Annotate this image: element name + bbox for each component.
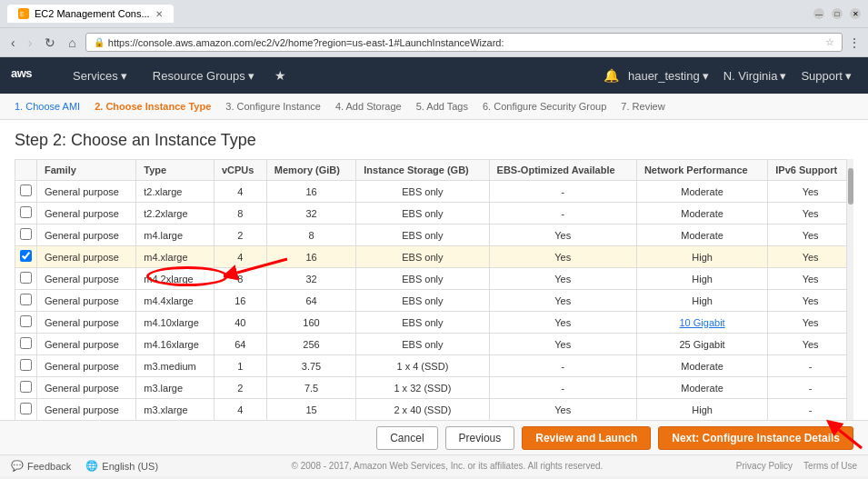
terms-of-use-link[interactable]: Terms of Use (803, 461, 857, 471)
tab-close-button[interactable]: ✕ (155, 9, 163, 19)
row-checkbox[interactable] (20, 381, 32, 393)
breadcrumb-step-1[interactable]: 1. Choose AMI (15, 101, 80, 112)
row-checkbox-cell[interactable] (15, 377, 37, 399)
vcpus-cell: 16 (214, 290, 266, 312)
row-checkbox-cell[interactable] (15, 399, 37, 421)
breadcrumb-step-7[interactable]: 7. Review (621, 101, 664, 112)
services-nav-item[interactable]: Services ▾ (67, 65, 133, 86)
row-checkbox[interactable] (20, 294, 32, 305)
page-title: Step 2: Choose an Instance Type (15, 131, 853, 150)
refresh-button[interactable]: ↻ (41, 34, 59, 52)
table-row[interactable]: General purpose t2.2xlarge 8 32 EBS only… (15, 203, 853, 225)
breadcrumb-step-6[interactable]: 6. Configure Security Group (483, 101, 606, 112)
row-checkbox-cell[interactable] (15, 334, 37, 355)
row-checkbox[interactable] (20, 185, 32, 196)
forward-button[interactable]: › (25, 34, 36, 52)
user-nav-item[interactable]: hauer_testing ▾ (623, 65, 714, 86)
table-row[interactable]: General purpose m4.2xlarge 8 32 EBS only… (15, 268, 853, 290)
scrollbar-thumb[interactable] (848, 168, 853, 205)
storage-cell: 1 x 4 (SSD) (356, 355, 489, 377)
table-row[interactable]: General purpose m3.xlarge 4 15 2 x 40 (S… (15, 399, 853, 421)
row-checkbox[interactable] (20, 250, 32, 262)
table-row[interactable]: General purpose m4.16xlarge 64 256 EBS o… (15, 334, 853, 355)
network-cell: Moderate (636, 355, 767, 377)
cancel-button[interactable]: Cancel (376, 426, 437, 450)
tab-icon: E (18, 8, 29, 19)
storage-cell: EBS only (356, 225, 489, 246)
breadcrumb: 1. Choose AMI 2. Choose Instance Type 3.… (0, 94, 868, 120)
language-selector[interactable]: 🌐 English (US) (85, 460, 158, 472)
memory-cell: 32 (266, 268, 355, 290)
row-checkbox[interactable] (20, 337, 32, 349)
ipv6-cell: Yes (768, 225, 853, 246)
support-nav-item[interactable]: Support ▾ (795, 65, 857, 86)
ebs-cell: - (489, 181, 636, 203)
network-link[interactable]: 10 Gigabit (680, 317, 725, 328)
memory-cell: 15 (266, 399, 355, 421)
browser-titlebar: E EC2 Management Cons... ✕ — □ ✕ (0, 0, 868, 27)
vcpus-cell: 64 (214, 334, 266, 355)
bookmark-star-icon[interactable]: ★ (274, 68, 286, 83)
table-row[interactable]: General purpose m4.10xlarge 40 160 EBS o… (15, 312, 853, 334)
row-checkbox[interactable] (20, 315, 32, 327)
row-checkbox-cell[interactable] (15, 355, 37, 377)
region-nav-item[interactable]: N. Virginia ▾ (718, 65, 793, 86)
nav-right: 🔔 hauer_testing ▾ N. Virginia ▾ Support … (604, 65, 857, 86)
row-checkbox-cell[interactable] (15, 181, 37, 203)
breadcrumb-step-3[interactable]: 3. Configure Instance (225, 101, 321, 112)
feedback-button[interactable]: 💬 Feedback (11, 460, 71, 472)
row-checkbox-cell[interactable] (15, 268, 37, 290)
type-cell: m4.2xlarge (136, 268, 215, 290)
next-configure-button[interactable]: Next: Configure Instance Details (658, 426, 853, 450)
home-button[interactable]: ⌂ (65, 34, 79, 52)
vcpus-cell: 40 (214, 312, 266, 334)
browser-tab[interactable]: E EC2 Management Cons... ✕ (7, 5, 174, 23)
row-checkbox-cell[interactable] (15, 246, 37, 268)
minimize-button[interactable]: — (813, 8, 824, 19)
table-row[interactable]: General purpose m4.large 2 8 EBS only Ye… (15, 225, 853, 246)
col-ebs: EBS-Optimized Available (489, 160, 636, 181)
row-checkbox-cell[interactable] (15, 225, 37, 246)
back-button[interactable]: ‹ (7, 34, 19, 52)
scrollbar[interactable] (846, 159, 853, 420)
table-row[interactable]: General purpose m3.medium 1 3.75 1 x 4 (… (15, 355, 853, 377)
row-checkbox[interactable] (20, 272, 32, 284)
table-row[interactable]: General purpose m3.large 2 7.5 1 x 32 (S… (15, 377, 853, 399)
row-checkbox-cell[interactable] (15, 203, 37, 225)
table-row[interactable]: General purpose m4.xlarge 4 16 EBS only … (15, 246, 853, 268)
privacy-policy-link[interactable]: Privacy Policy (736, 461, 793, 471)
row-checkbox[interactable] (20, 206, 32, 218)
address-bar[interactable]: 🔒 https://console.aws.amazon.com/ec2/v2/… (85, 33, 843, 52)
row-checkbox[interactable] (20, 403, 32, 414)
browser-menu-icon[interactable]: ⋮ (848, 35, 861, 50)
feedback-icon: 💬 (11, 460, 24, 472)
secure-icon: 🔒 (94, 37, 105, 47)
breadcrumb-step-2[interactable]: 2. Choose Instance Type (95, 101, 211, 112)
family-cell: General purpose (37, 246, 136, 268)
maximize-button[interactable]: □ (832, 8, 843, 19)
type-cell: m3.medium (136, 355, 215, 377)
ebs-cell: Yes (489, 399, 636, 421)
row-checkbox[interactable] (20, 228, 32, 240)
ipv6-cell: - (768, 399, 853, 421)
tab-title: EC2 Management Cons... (35, 8, 150, 19)
row-checkbox[interactable] (20, 359, 32, 371)
row-checkbox-cell[interactable] (15, 290, 37, 312)
close-button[interactable]: ✕ (850, 8, 861, 19)
row-checkbox-cell[interactable] (15, 312, 37, 334)
instance-type-table: Family Type vCPUs Memory (GiB) Instance … (15, 159, 853, 420)
notification-bell-icon[interactable]: 🔔 (604, 68, 619, 83)
resource-groups-nav-item[interactable]: Resource Groups ▾ (147, 65, 260, 86)
table-row[interactable]: General purpose m4.4xlarge 16 64 EBS onl… (15, 290, 853, 312)
breadcrumb-step-5[interactable]: 5. Add Tags (416, 101, 468, 112)
copyright-text: © 2008 - 2017, Amazon Web Services, Inc.… (158, 461, 736, 471)
bookmark-icon[interactable]: ☆ (825, 36, 834, 48)
ebs-cell: - (489, 355, 636, 377)
previous-button[interactable]: Previous (445, 426, 515, 450)
breadcrumb-step-4[interactable]: 4. Add Storage (335, 101, 402, 112)
table-row[interactable]: General purpose t2.xlarge 4 16 EBS only … (15, 181, 853, 203)
review-launch-button[interactable]: Review and Launch (522, 426, 651, 450)
memory-cell: 3.75 (266, 355, 355, 377)
network-cell: High (636, 399, 767, 421)
vcpus-cell: 1 (214, 355, 266, 377)
